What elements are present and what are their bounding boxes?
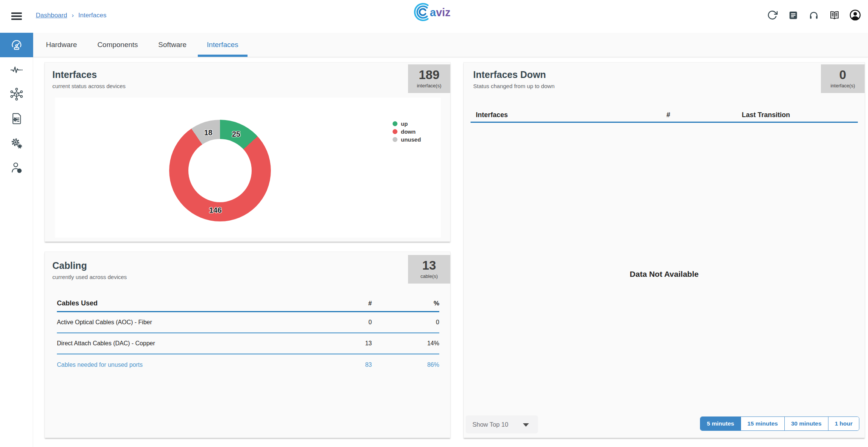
- dropdown-caret-icon: [523, 423, 529, 427]
- header-actions: [766, 9, 861, 21]
- cabling-table-header: Cables Used # %: [57, 296, 439, 312]
- show-top-dropdown[interactable]: Show Top 10: [466, 415, 538, 433]
- svg-text:aviz: aviz: [430, 6, 451, 18]
- time-range-30min-button[interactable]: 30 minutes: [784, 417, 828, 430]
- tab-components[interactable]: Components: [96, 33, 139, 57]
- time-range-group: 5 minutes 15 minutes 30 minutes 1 hour: [700, 416, 859, 431]
- empty-data-message: Data Not Available: [464, 270, 865, 279]
- breadcrumb: Dashboard › Interfaces: [36, 12, 107, 19]
- interfaces-down-table-header: Interfaces # Last Transition: [471, 108, 858, 123]
- legend-dot-down: [393, 129, 397, 134]
- breadcrumb-separator: ›: [72, 12, 74, 19]
- interfaces-card-subtitle: current status across devices: [52, 83, 450, 89]
- sidebar-item-topology[interactable]: [0, 82, 33, 106]
- sidebar-item-settings[interactable]: [0, 131, 33, 155]
- sidebar-item-user-admin[interactable]: [0, 155, 33, 180]
- interfaces-status-card: Interfaces current status across devices…: [44, 62, 451, 242]
- dashboard-speedometer-icon: [10, 38, 23, 52]
- aviz-logo: aviz: [413, 2, 458, 22]
- interfaces-down-title: Interfaces Down: [473, 69, 865, 80]
- table-row-aoc: Active Optical Cables (AOC) - Fiber 0 0: [57, 312, 439, 333]
- topology-cube-icon: [10, 87, 23, 101]
- legend-item-up[interactable]: up: [393, 121, 421, 127]
- interfaces-count-badge: 189 interface(s): [408, 64, 450, 93]
- app-header: Dashboard › Interfaces aviz: [0, 0, 868, 33]
- support-headset-icon[interactable]: [808, 9, 820, 21]
- table-row-dac: Direct Attach Cables (DAC) - Copper 13 1…: [57, 333, 439, 354]
- interfaces-down-card: Interfaces Down Status changed from up t…: [463, 62, 865, 438]
- left-sidebar: [0, 33, 33, 447]
- sidebar-item-config[interactable]: [0, 106, 33, 131]
- documentation-book-icon[interactable]: [828, 9, 840, 21]
- config-document-icon: [10, 112, 23, 125]
- user-admin-icon: [10, 161, 23, 174]
- sidebar-item-health[interactable]: [0, 57, 33, 82]
- interfaces-down-subtitle: Status changed from up to down: [473, 83, 865, 89]
- health-pulse-icon: [10, 63, 23, 76]
- interfaces-down-count-badge: 0 interface(s): [821, 64, 865, 93]
- tab-software[interactable]: Software: [157, 33, 187, 57]
- slice-label-down: 146: [209, 206, 222, 215]
- time-range-1hour-button[interactable]: 1 hour: [828, 417, 859, 430]
- interfaces-donut-chart[interactable]: 25 146 18: [169, 120, 271, 221]
- legend-item-unused[interactable]: unused: [393, 137, 421, 142]
- legend-dot-up: [393, 121, 397, 126]
- chart-legend: up down unused: [393, 121, 421, 142]
- sidebar-item-dashboard[interactable]: [0, 33, 33, 57]
- slice-label-up: 25: [232, 130, 240, 139]
- cabling-card-title: Cabling: [52, 260, 450, 271]
- tab-interfaces[interactable]: Interfaces: [206, 33, 239, 57]
- settings-gears-icon: [10, 136, 23, 150]
- cabling-card: Cabling currently used across devices 13…: [44, 252, 451, 438]
- release-notes-icon[interactable]: [787, 9, 799, 21]
- cabling-count-badge: 13 cable(s): [408, 255, 450, 284]
- interfaces-card-title: Interfaces: [52, 69, 450, 80]
- account-icon[interactable]: [849, 9, 861, 21]
- dashboard-tabbar: Hardware Components Software Interfaces: [33, 33, 868, 57]
- time-range-5min-button[interactable]: 5 minutes: [700, 417, 740, 430]
- breadcrumb-dashboard-link[interactable]: Dashboard: [36, 12, 67, 19]
- donut-hole: [188, 139, 252, 202]
- interfaces-chart-plot: 25 146 18 up down unused: [55, 98, 441, 238]
- hamburger-menu-icon[interactable]: [11, 12, 22, 20]
- time-range-15min-button[interactable]: 15 minutes: [741, 417, 784, 430]
- legend-dot-unused: [393, 137, 397, 142]
- refresh-icon[interactable]: [766, 9, 778, 21]
- tab-hardware[interactable]: Hardware: [45, 33, 78, 57]
- ones-dashboard-page: Dashboard › Interfaces aviz: [0, 0, 868, 447]
- breadcrumb-current: Interfaces: [78, 12, 107, 19]
- legend-item-down[interactable]: down: [393, 129, 421, 134]
- table-row-cables-needed-link[interactable]: Cables needed for unused ports 83 86%: [57, 354, 439, 375]
- cabling-table: Cables Used # % Active Optical Cables (A…: [57, 296, 439, 375]
- slice-label-unused: 18: [204, 128, 212, 137]
- cabling-card-subtitle: currently used across devices: [52, 274, 450, 280]
